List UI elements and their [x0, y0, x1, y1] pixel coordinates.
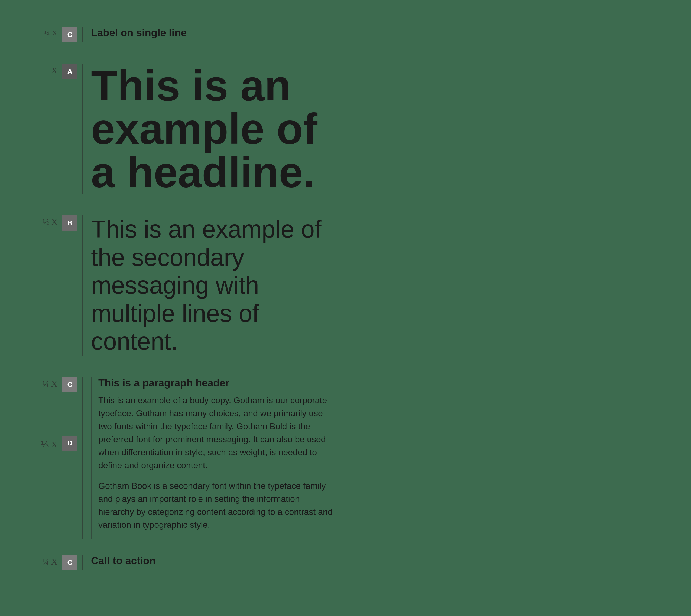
paragraph-body-1: This is an example of a body copy. Gotha… — [98, 394, 336, 472]
label-content: Label on single line — [91, 27, 336, 39]
badge-c-label: C — [62, 27, 78, 42]
headline-content: This is an example of a headline. — [91, 64, 336, 194]
label-row: ¼ X C Label on single line — [38, 16, 336, 53]
secondary-text: This is an example of the secondary mess… — [91, 216, 321, 355]
paragraph-inner-divider — [91, 377, 92, 539]
secondary-content: This is an example of the secondary mess… — [91, 216, 336, 356]
badge-d-para: D — [62, 436, 78, 451]
spacing-label-label: ¼ X — [38, 29, 62, 37]
spacing-label-cta: ¼ X — [38, 557, 62, 567]
spacing-label-para-top: ¼ X — [38, 379, 62, 389]
badge-b-secondary: B — [62, 216, 78, 230]
spacing-label-secondary: ½ X — [38, 217, 62, 227]
divider-para-outer — [82, 377, 83, 539]
paragraph-body-2: Gotham Book is a secondary font within t… — [98, 479, 336, 531]
secondary-row: ½ X B This is an example of the secondar… — [38, 205, 336, 367]
label-text: Label on single line — [91, 27, 187, 39]
paragraph-header: This is a paragraph header — [98, 377, 336, 389]
badge-c-para: C — [62, 377, 78, 392]
spacing-label-para-side: ⅓ X — [38, 439, 62, 449]
divider-cta — [82, 555, 83, 570]
badge-a-headline: A — [62, 64, 78, 79]
cta-row: ¼ X C Call to action — [38, 544, 336, 581]
cta-text: Call to action — [91, 555, 156, 567]
paragraph-section: This is a paragraph header This is an ex… — [91, 377, 336, 539]
spacing-label-headline: X — [38, 66, 62, 75]
headline-row: X A This is an example of a headline. — [38, 53, 336, 205]
cta-content: Call to action — [91, 555, 336, 567]
page-container: ¼ X C Label on single line X A This is a… — [38, 16, 336, 581]
paragraph-row: ¼ X ⅓ X C D This is a paragraph header T… — [38, 367, 336, 544]
paragraph-texts: This is a paragraph header This is an ex… — [98, 377, 336, 539]
headline-text: This is an example of a headline. — [91, 61, 317, 196]
divider-secondary — [82, 216, 83, 356]
divider-headline — [82, 64, 83, 194]
divider-label — [82, 27, 83, 42]
paragraph-content: This is a paragraph header This is an ex… — [91, 377, 336, 539]
badge-c-cta: C — [62, 555, 78, 570]
